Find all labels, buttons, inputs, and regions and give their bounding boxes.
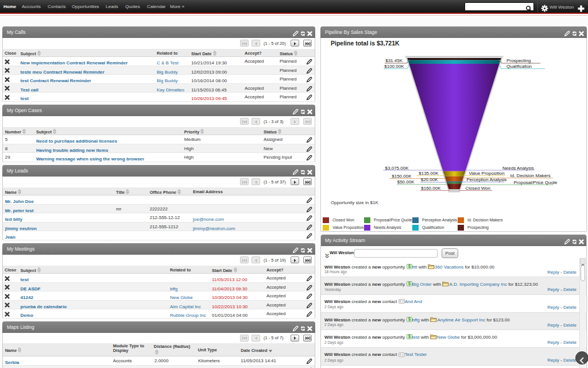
svg-text:$3,075.00K: $3,075.00K xyxy=(385,166,409,171)
svg-text:$20.00K: $20.00K xyxy=(421,177,438,182)
svg-text:$: $ xyxy=(408,317,411,322)
svg-text:Value Proposition: Value Proposition xyxy=(469,171,505,176)
svg-text:$: $ xyxy=(408,264,411,269)
svg-text:Id. Decision Makers: Id. Decision Makers xyxy=(510,173,551,178)
svg-text:Closed Won: Closed Won xyxy=(466,186,490,191)
svg-text:$31.45K: $31.45K xyxy=(385,58,403,63)
svg-text:$: $ xyxy=(408,282,411,287)
svg-text:Qualification: Qualification xyxy=(506,64,532,69)
svg-text:$: $ xyxy=(408,335,411,340)
svg-text:$135.00K: $135.00K xyxy=(419,171,439,176)
svg-text:$150.00K: $150.00K xyxy=(392,174,412,179)
svg-text:$50.00K: $50.00K xyxy=(397,179,415,185)
svg-text:$100.00K: $100.00K xyxy=(384,64,404,69)
svg-text:Proposal/Price Quote: Proposal/Price Quote xyxy=(514,180,558,185)
svg-text:Prospecting: Prospecting xyxy=(506,58,531,63)
svg-text:Needs Analysis: Needs Analysis xyxy=(502,166,534,171)
svg-text:$160.00K: $160.00K xyxy=(421,186,441,191)
svg-text:Perception Analysis: Perception Analysis xyxy=(467,177,507,182)
